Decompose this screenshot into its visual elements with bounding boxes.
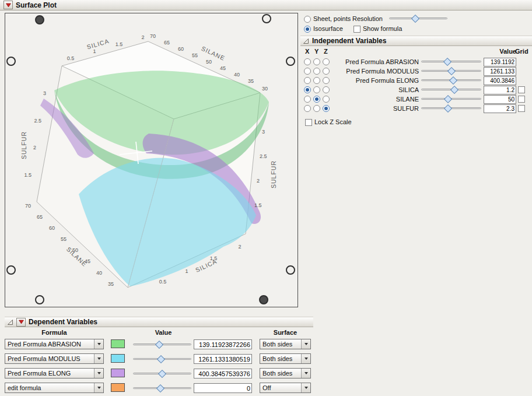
red-triangle-menu-button[interactable] (4, 1, 13, 9)
dropdown-button[interactable] (94, 354, 103, 363)
modulus-slider[interactable] (421, 67, 481, 75)
rotation-handle[interactable] (35, 15, 44, 24)
modulus-dep-value-input[interactable] (194, 354, 252, 364)
abrasion-slider[interactable] (421, 58, 481, 65)
dropdown-value: edit formula (5, 384, 94, 391)
silica-value-input[interactable] (484, 86, 516, 94)
tick-label: 2 (238, 244, 241, 250)
formula-dropdown-abrasion[interactable]: Pred Formula ABRASION (5, 339, 104, 349)
tick-label: 70 (25, 203, 31, 209)
resolution-slider[interactable] (389, 15, 447, 22)
axis-label-sulfur-right: SULFUR (270, 160, 277, 188)
elong-color-swatch[interactable] (111, 369, 125, 377)
elong-dep-slider[interactable] (133, 370, 191, 377)
sulfur-grid-checkbox[interactable] (518, 105, 525, 112)
x-radio-sulfur[interactable] (304, 105, 311, 112)
dropdown-button[interactable] (301, 339, 310, 349)
dependent-variables-header[interactable]: Dependent Variables (5, 317, 313, 327)
formula-dropdown-edit[interactable]: edit formula (5, 383, 104, 393)
rotation-handle[interactable] (6, 57, 16, 66)
dropdown-value: Both sides (260, 341, 301, 348)
tick-label: 65 (37, 214, 43, 220)
rotation-handle[interactable] (286, 57, 295, 66)
value-column-header: Value (105, 329, 222, 336)
x-radio-elong[interactable] (304, 77, 311, 84)
x-radio-silane[interactable] (304, 96, 311, 103)
y-radio-sulfur[interactable] (313, 105, 320, 112)
y-radio-silica[interactable] (313, 86, 320, 93)
dropdown-button[interactable] (301, 383, 310, 393)
silane-value-input[interactable] (484, 95, 516, 104)
abrasion-value-input[interactable] (484, 58, 516, 66)
edit-dep-slider[interactable] (133, 384, 191, 392)
rotation-handle[interactable] (35, 295, 44, 304)
modulus-color-swatch[interactable] (111, 354, 125, 363)
chevron-down-icon (304, 372, 308, 374)
show-formula-checkbox[interactable] (354, 26, 360, 33)
dropdown-value: Pred Formula MODULUS (5, 355, 94, 362)
silica-slider[interactable] (421, 86, 481, 93)
tick-label: 65 (164, 40, 170, 45)
tick-label: 45 (220, 65, 226, 71)
disclosure-triangle-icon[interactable] (7, 319, 13, 325)
dropdown-button[interactable] (301, 354, 310, 363)
x-radio-modulus[interactable] (304, 68, 311, 75)
x-radio-silica[interactable] (304, 86, 311, 93)
col-z-header: Z (324, 48, 328, 55)
tick-label: 0.5 (67, 55, 75, 61)
silane-grid-checkbox[interactable] (518, 96, 525, 103)
surface-dropdown-elong[interactable]: Both sides (260, 368, 311, 379)
lock-z-scale-checkbox[interactable] (305, 119, 312, 126)
silane-slider[interactable] (421, 95, 481, 103)
chevron-down-icon (97, 358, 101, 360)
abrasion-dep-value-input[interactable] (194, 339, 252, 349)
dropdown-button[interactable] (94, 369, 103, 378)
rotation-handle[interactable] (262, 14, 271, 23)
surface-dropdown-abrasion[interactable]: Both sides (260, 339, 311, 349)
x-radio-abrasion[interactable] (304, 58, 311, 65)
surface-dropdown-edit[interactable]: Off (260, 383, 311, 393)
sulfur-slider[interactable] (421, 104, 481, 112)
modulus-dep-slider[interactable] (133, 355, 191, 363)
dropdown-button[interactable] (94, 339, 103, 349)
sheet-points-radio[interactable] (304, 16, 311, 23)
rotation-handle[interactable] (259, 295, 268, 304)
surface-plot-canvas[interactable]: SILICA SILANE SULFUR SILANE SILICA SULFU… (5, 13, 298, 307)
y-radio-modulus[interactable] (313, 68, 320, 75)
abrasion-color-swatch[interactable] (111, 339, 125, 348)
tick-label: 1.5 (116, 41, 123, 47)
indep-row-label: SILICA (327, 86, 419, 93)
tick-label: 60 (49, 225, 55, 231)
elong-dep-value-input[interactable] (194, 369, 252, 379)
dependent-red-triangle-button[interactable] (16, 318, 26, 327)
edit-color-swatch[interactable] (111, 383, 125, 392)
sulfur-value-input[interactable] (484, 104, 516, 113)
rotation-handle[interactable] (6, 265, 16, 275)
dropdown-button[interactable] (94, 383, 103, 393)
dropdown-button[interactable] (301, 369, 310, 378)
elong-slider[interactable] (421, 76, 481, 84)
axis-label-silica-top: SILICA (86, 37, 110, 50)
formula-dropdown-modulus[interactable]: Pred Formula MODULUS (5, 353, 104, 364)
y-radio-elong[interactable] (313, 77, 320, 84)
disclosure-triangle-icon[interactable] (303, 38, 309, 44)
abrasion-dep-slider[interactable] (133, 341, 191, 348)
surface-plot-3d[interactable]: SILICA SILANE SULFUR SILANE SILICA SULFU… (5, 13, 298, 307)
rotation-handle[interactable] (286, 265, 295, 275)
tick-label: 55 (192, 52, 198, 58)
tick-label: 35 (248, 78, 254, 84)
elong-value-input[interactable] (484, 76, 516, 85)
dropdown-value: Both sides (260, 370, 301, 377)
independent-variables-header[interactable]: Independent Variables (300, 36, 532, 46)
silica-grid-checkbox[interactable] (518, 86, 525, 93)
y-radio-abrasion[interactable] (313, 58, 320, 65)
surface-dropdown-modulus[interactable]: Both sides (260, 353, 311, 364)
isosurface-radio[interactable] (304, 26, 311, 33)
axis-label-silane-top: SILANE (201, 45, 226, 62)
modulus-value-input[interactable] (484, 67, 516, 76)
edit-dep-value-input[interactable] (194, 383, 252, 393)
tick-label: 45 (85, 258, 90, 264)
indep-row-label: Pred Formula ELONG (327, 77, 419, 84)
formula-dropdown-elong[interactable]: Pred Formula ELONG (5, 368, 104, 379)
y-radio-silane[interactable] (313, 96, 320, 103)
